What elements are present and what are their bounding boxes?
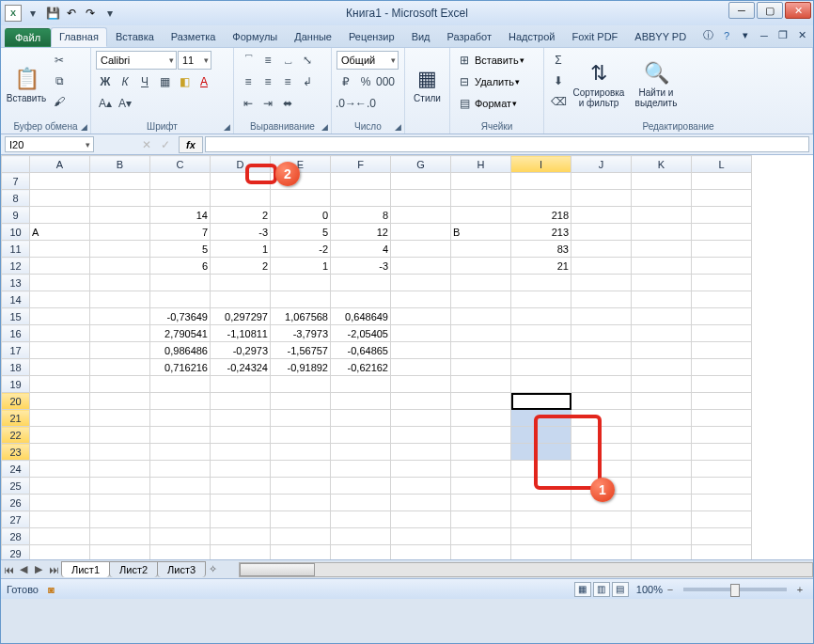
cell-L15[interactable] xyxy=(692,308,752,325)
row-header-24[interactable]: 24 xyxy=(2,461,30,478)
sheet-tab-2[interactable]: Лист2 xyxy=(109,561,158,577)
cell-L17[interactable] xyxy=(692,342,752,359)
cell-I12[interactable]: 21 xyxy=(511,258,571,275)
cell-G12[interactable] xyxy=(391,258,451,275)
cut-icon[interactable]: ✂ xyxy=(50,51,69,70)
cell-D27[interactable] xyxy=(211,511,271,528)
cell-I7[interactable] xyxy=(511,173,571,190)
new-sheet-icon[interactable]: ✧ xyxy=(205,563,220,575)
save-icon[interactable]: 💾 xyxy=(44,5,61,22)
cell-F22[interactable] xyxy=(331,427,391,444)
cell-A20[interactable] xyxy=(30,393,90,410)
cell-E28[interactable] xyxy=(271,528,331,545)
cell-F13[interactable] xyxy=(331,275,391,291)
row-header-22[interactable]: 22 xyxy=(2,427,30,444)
cell-D26[interactable] xyxy=(211,495,271,511)
row-header-18[interactable]: 18 xyxy=(2,359,30,376)
macro-record-icon[interactable]: ◙ xyxy=(48,584,55,595)
cell-H21[interactable] xyxy=(451,410,511,427)
row-header-21[interactable]: 21 xyxy=(2,410,30,427)
row-header-19[interactable]: 19 xyxy=(2,376,30,393)
cell-A27[interactable] xyxy=(30,511,90,528)
cell-A25[interactable] xyxy=(30,478,90,495)
cell-I22[interactable] xyxy=(511,427,571,444)
cell-D22[interactable] xyxy=(211,427,271,444)
cell-L16[interactable] xyxy=(692,325,752,342)
cell-J27[interactable] xyxy=(571,511,632,528)
cell-H9[interactable] xyxy=(451,207,511,224)
cell-H20[interactable] xyxy=(451,393,511,410)
row-header-7[interactable]: 7 xyxy=(2,173,30,190)
tab-data[interactable]: Данные xyxy=(286,27,340,47)
alignment-launcher-icon[interactable]: ◢ xyxy=(319,121,330,133)
cell-A17[interactable] xyxy=(30,342,90,359)
cell-D9[interactable]: 2 xyxy=(211,207,271,224)
cell-I21[interactable] xyxy=(511,410,571,427)
cell-I27[interactable] xyxy=(511,511,571,528)
cell-F24[interactable] xyxy=(331,461,391,478)
cell-F18[interactable]: -0,62162 xyxy=(331,359,391,376)
cell-L19[interactable] xyxy=(692,376,752,393)
cell-A14[interactable] xyxy=(30,291,90,308)
cell-D17[interactable]: -0,2973 xyxy=(211,342,271,359)
cell-E13[interactable] xyxy=(271,275,331,291)
cell-G23[interactable] xyxy=(391,444,451,461)
cell-A10[interactable]: А xyxy=(30,224,90,241)
zoom-level[interactable]: 100% xyxy=(636,584,663,595)
cell-A12[interactable] xyxy=(30,258,90,275)
cell-F11[interactable]: 4 xyxy=(331,241,391,258)
cell-K21[interactable] xyxy=(632,410,692,427)
cell-F14[interactable] xyxy=(331,291,391,308)
cell-H28[interactable] xyxy=(451,528,511,545)
cell-B11[interactable] xyxy=(90,241,150,258)
cell-L22[interactable] xyxy=(692,427,752,444)
cell-A19[interactable] xyxy=(30,376,90,393)
cell-F16[interactable]: -2,05405 xyxy=(331,325,391,342)
cell-B14[interactable] xyxy=(90,291,150,308)
row-header-8[interactable]: 8 xyxy=(2,190,30,207)
view-pagebreak-icon[interactable]: ▤ xyxy=(612,582,629,597)
cell-K7[interactable] xyxy=(632,173,692,190)
merge-icon[interactable]: ⬌ xyxy=(278,94,297,113)
qat-dropdown-icon[interactable]: ▾ xyxy=(23,4,42,23)
row-header-25[interactable]: 25 xyxy=(2,478,30,495)
cell-K29[interactable] xyxy=(632,545,692,560)
close-button[interactable]: ✕ xyxy=(785,2,811,19)
cell-F10[interactable]: 12 xyxy=(331,224,391,241)
row-header-11[interactable]: 11 xyxy=(2,241,30,258)
cell-H13[interactable] xyxy=(451,275,511,291)
row-header-9[interactable]: 9 xyxy=(2,207,30,224)
insert-function-button[interactable]: fx xyxy=(179,136,203,153)
cell-C24[interactable] xyxy=(150,461,211,478)
cell-H11[interactable] xyxy=(451,241,511,258)
cell-J19[interactable] xyxy=(571,376,632,393)
font-name-combo[interactable]: Calibri xyxy=(96,51,177,70)
cell-G14[interactable] xyxy=(391,291,451,308)
cell-L14[interactable] xyxy=(692,291,752,308)
sheet-nav-first-icon[interactable]: ⏮ xyxy=(1,564,16,575)
cell-D13[interactable] xyxy=(211,275,271,291)
tab-formulas[interactable]: Формулы xyxy=(224,27,286,47)
cell-F20[interactable] xyxy=(331,393,391,410)
doc-minimize-icon[interactable]: ─ xyxy=(758,30,771,41)
cell-G28[interactable] xyxy=(391,528,451,545)
col-header-H[interactable]: H xyxy=(451,156,511,173)
cell-D19[interactable] xyxy=(211,376,271,393)
cell-I14[interactable] xyxy=(511,291,571,308)
cell-I11[interactable]: 83 xyxy=(511,241,571,258)
cell-D28[interactable] xyxy=(211,528,271,545)
cell-G22[interactable] xyxy=(391,427,451,444)
orientation-icon[interactable]: ⤡ xyxy=(298,51,317,70)
cell-E10[interactable]: 5 xyxy=(271,224,331,241)
cell-J12[interactable] xyxy=(571,258,632,275)
sheet-tab-3[interactable]: Лист3 xyxy=(157,561,206,577)
cell-H17[interactable] xyxy=(451,342,511,359)
cell-K10[interactable] xyxy=(632,224,692,241)
row-header-10[interactable]: 10 xyxy=(2,224,30,241)
cell-J21[interactable] xyxy=(571,410,632,427)
view-layout-icon[interactable]: ▥ xyxy=(593,582,610,597)
cell-K22[interactable] xyxy=(632,427,692,444)
cell-K13[interactable] xyxy=(632,275,692,291)
cell-C12[interactable]: 6 xyxy=(150,258,211,275)
tab-view[interactable]: Вид xyxy=(403,27,439,47)
